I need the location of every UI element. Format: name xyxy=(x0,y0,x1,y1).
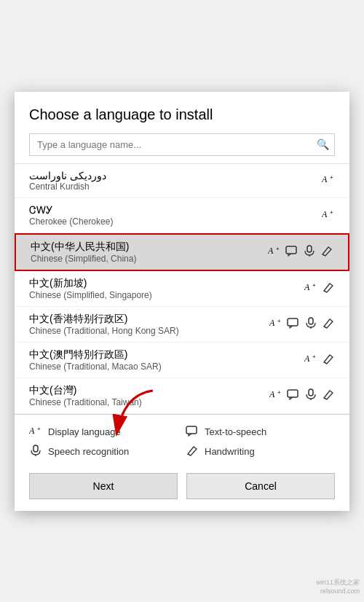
handwriting-icon xyxy=(322,388,335,402)
svg-line-33 xyxy=(188,454,191,456)
lang-left: 中文(中华人民共和国)Chinese (Simplified, China) xyxy=(31,241,136,264)
svg-rect-6 xyxy=(286,246,296,254)
svg-text:+: + xyxy=(312,353,316,360)
tts-icon xyxy=(285,245,298,259)
list-item[interactable]: دورديكى ناوراستCentral KurdishA+ xyxy=(15,164,349,198)
display-lang-icon: A+ xyxy=(304,353,317,367)
svg-line-27 xyxy=(324,398,327,399)
lang-english-name: Chinese (Simplified, China) xyxy=(31,254,136,264)
speech-legend-icon xyxy=(29,445,42,458)
handwriting-legend-icon xyxy=(186,445,199,458)
lang-left: 中文(新加坡)Chinese (Simplified, Singapore) xyxy=(29,277,152,300)
lang-native-name: 中文(香港特别行政区) xyxy=(29,313,179,326)
list-item[interactable]: 中文(台灣)Chinese (Traditional, Taiwan)A+ xyxy=(15,378,349,414)
lang-capability-icons: A+ xyxy=(269,317,335,331)
lang-left: ᏣᎳᎩCherokee (Cherokee) xyxy=(29,204,113,227)
arrow-annotation xyxy=(102,387,167,445)
svg-text:A: A xyxy=(304,282,310,292)
next-button[interactable]: Next xyxy=(29,473,178,499)
display-lang-icon: A+ xyxy=(269,388,282,402)
svg-rect-30 xyxy=(186,426,197,434)
lang-capability-icons: A+ xyxy=(304,353,335,367)
svg-text:A: A xyxy=(304,353,310,364)
svg-rect-25 xyxy=(309,389,313,396)
lang-left: دورديكى ناوراستCentral Kurdish xyxy=(29,170,106,192)
dialog-title: Choose a language to install xyxy=(15,92,349,133)
handwriting-legend-label: Handwriting xyxy=(205,446,255,457)
svg-text:A: A xyxy=(269,318,275,328)
svg-rect-7 xyxy=(307,246,312,252)
lang-native-name: ᏣᎳᎩ xyxy=(29,204,113,216)
svg-rect-15 xyxy=(288,318,298,326)
svg-line-12 xyxy=(324,291,327,292)
search-bar: 🔍 xyxy=(29,133,335,156)
speech-icon xyxy=(304,317,317,331)
speech-icon xyxy=(303,245,316,259)
handwriting-icon xyxy=(322,317,335,331)
lang-native-name: 中文(中华人民共和国) xyxy=(31,241,136,254)
tts-legend-icon xyxy=(186,425,199,439)
legend-area: A+Display languageText-to-speechSpeech r… xyxy=(15,414,349,466)
lang-left: 中文(香港特别行政区)Chinese (Traditional, Hong Ko… xyxy=(29,313,179,336)
display-lang-icon: A+ xyxy=(322,173,335,187)
lang-english-name: Chinese (Traditional, Hong Kong SAR) xyxy=(29,326,179,336)
tts-legend: Text-to-speech xyxy=(186,425,335,439)
display-lang-icon: A+ xyxy=(269,317,282,331)
lang-native-name: 中文(澳門特別行政區) xyxy=(29,348,162,361)
svg-text:A: A xyxy=(269,389,275,399)
svg-rect-31 xyxy=(33,445,38,452)
svg-text:A: A xyxy=(29,426,35,436)
list-item[interactable]: 中文(新加坡)Chinese (Simplified, Singapore)A+ xyxy=(15,271,349,307)
search-icon: 🔍 xyxy=(317,138,329,150)
svg-text:A: A xyxy=(268,246,274,256)
lang-native-name: دورديكى ناوراست xyxy=(29,170,106,181)
svg-line-18 xyxy=(324,327,327,328)
svg-text:+: + xyxy=(312,282,316,289)
tts-icon xyxy=(287,388,300,402)
language-list: دورديكى ناوراستCentral KurdishA+ᏣᎳᎩChero… xyxy=(15,163,349,414)
list-item[interactable]: ᏣᎳᎩCherokee (Cherokee)A+ xyxy=(15,198,349,233)
display-lang-icon: A+ xyxy=(304,281,317,295)
handwriting-legend: Handwriting xyxy=(186,445,335,458)
list-item[interactable]: 中文(香港特别行政区)Chinese (Traditional, Hong Ko… xyxy=(15,307,349,343)
svg-text:+: + xyxy=(277,389,281,396)
svg-line-9 xyxy=(323,254,325,256)
svg-rect-24 xyxy=(288,390,298,397)
language-dialog: Choose a language to install 🔍 دورديكى ن… xyxy=(15,92,349,511)
speech-icon xyxy=(304,388,317,402)
lang-native-name: 中文(新加坡) xyxy=(29,277,152,290)
watermark: win11系统之家relsound.com xyxy=(316,578,360,596)
lang-english-name: Cherokee (Cherokee) xyxy=(29,216,113,227)
display-lang-legend-icon: A+ xyxy=(29,425,42,439)
display-lang-icon: A+ xyxy=(322,208,335,222)
handwriting-icon xyxy=(320,245,333,259)
lang-capability-icons: A+ xyxy=(304,281,335,295)
lang-capability-icons: A+ xyxy=(268,245,333,259)
svg-text:+: + xyxy=(276,246,280,252)
display-lang-icon: A+ xyxy=(268,245,281,259)
list-item[interactable]: 中文(中华人民共和国)Chinese (Simplified, China)A+ xyxy=(15,233,349,271)
lang-capability-icons: A+ xyxy=(269,388,335,402)
footer-buttons: Next Cancel xyxy=(15,466,349,511)
lang-capability-icons: A+ xyxy=(322,173,335,187)
lang-english-name: Central Kurdish xyxy=(29,181,106,192)
svg-text:+: + xyxy=(330,174,333,181)
handwriting-icon xyxy=(322,353,335,367)
handwriting-icon xyxy=(322,281,335,295)
list-item[interactable]: 中文(澳門特別行政區)Chinese (Traditional, Macao S… xyxy=(15,343,349,378)
lang-left: 中文(澳門特別行政區)Chinese (Traditional, Macao S… xyxy=(29,348,162,372)
svg-text:+: + xyxy=(277,318,281,324)
speech-legend: Speech recognition xyxy=(29,445,178,458)
cancel-button[interactable]: Cancel xyxy=(186,473,335,499)
lang-english-name: Chinese (Traditional, Macao SAR) xyxy=(29,361,162,372)
svg-text:A: A xyxy=(322,174,328,184)
svg-text:A: A xyxy=(322,209,328,219)
svg-rect-16 xyxy=(309,318,313,324)
tts-legend-label: Text-to-speech xyxy=(205,426,266,437)
svg-text:+: + xyxy=(37,426,41,432)
speech-legend-label: Speech recognition xyxy=(48,446,129,457)
search-input[interactable] xyxy=(29,133,335,156)
tts-icon xyxy=(287,317,300,331)
svg-text:+: + xyxy=(330,209,333,216)
svg-line-21 xyxy=(324,362,327,364)
